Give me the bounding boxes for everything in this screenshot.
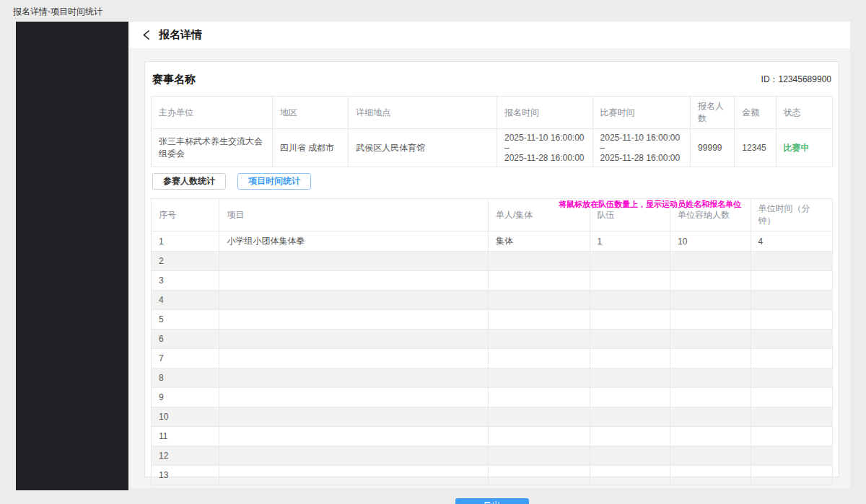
cell xyxy=(219,368,489,388)
window-title: 报名详情-项目时间统计 xyxy=(13,6,102,18)
tab-participant-count[interactable]: 参赛人数统计 xyxy=(152,173,226,190)
column-header: 主办单位 xyxy=(152,97,273,129)
table-row: 7 xyxy=(152,349,833,368)
table-row: 9 xyxy=(152,388,833,407)
event-card: 赛事名称 ID：12345689900 主办单位地区详细地点报名时间比赛时间报名… xyxy=(144,61,839,477)
cell: 四川省 成都市 xyxy=(272,129,348,167)
cell: 7 xyxy=(152,349,219,368)
cell xyxy=(670,291,751,310)
table-row: 6 xyxy=(152,330,833,349)
cell: 3 xyxy=(152,271,219,291)
back-button[interactable] xyxy=(142,30,151,40)
cell xyxy=(219,330,489,349)
cell xyxy=(670,407,751,427)
cell: 集体 xyxy=(488,231,590,252)
cell: 12 xyxy=(152,446,219,466)
main-area: 报名详情 赛事名称 ID：12345689900 主办单位地区详细地点报名时间比… xyxy=(128,22,850,488)
table-row: 1小学组小团体集体拳集体1104 xyxy=(152,231,833,252)
cell xyxy=(590,349,670,368)
page-title: 报名详情 xyxy=(159,28,202,42)
project-time-table: 序号项目单人/集体队伍单位容纳人数单位时间（分钟）1小学组小团体集体拳集体110… xyxy=(151,198,833,485)
cell xyxy=(670,271,751,291)
table-row: 8 xyxy=(152,368,833,388)
cell xyxy=(219,427,489,446)
cell xyxy=(488,368,590,388)
status-badge: 比赛中 xyxy=(776,129,832,167)
column-header: 地区 xyxy=(272,97,348,129)
cell: 4 xyxy=(751,231,833,252)
table-row: 13 xyxy=(152,466,833,485)
tab-project-time[interactable]: 项目时间统计 xyxy=(237,173,311,190)
cell: 5 xyxy=(152,310,219,330)
table-row: 12 xyxy=(152,446,833,466)
cell xyxy=(219,252,489,271)
event-info-table: 主办单位地区详细地点报名时间比赛时间报名人数金额状态张三丰杯武术养生交流大会组委… xyxy=(151,96,833,167)
cell xyxy=(670,446,751,466)
cell xyxy=(590,466,670,485)
export-button[interactable]: 导出 xyxy=(455,498,529,504)
cell: 2025-11-10 16:00:00 – 2025-11-28 16:00:0… xyxy=(592,129,691,167)
header-row: 主办单位地区详细地点报名时间比赛时间报名人数金额状态 xyxy=(152,97,833,129)
column-header: 比赛时间 xyxy=(592,97,691,129)
cell: 13 xyxy=(152,466,219,485)
cell: 小学组小团体集体拳 xyxy=(219,231,489,252)
cell xyxy=(219,407,489,427)
event-card-title: 赛事名称 xyxy=(152,73,196,87)
cell xyxy=(488,446,590,466)
cell xyxy=(590,427,670,446)
cell xyxy=(670,330,751,349)
team-count-cell[interactable]: 1 xyxy=(590,231,670,252)
cell xyxy=(751,407,833,427)
cell xyxy=(590,291,670,310)
cell xyxy=(219,388,489,407)
cell: 6 xyxy=(152,330,219,349)
column-header: 状态 xyxy=(776,97,832,129)
cell: 8 xyxy=(152,368,219,388)
cell xyxy=(488,252,590,271)
cell: 张三丰杯武术养生交流大会组委会 xyxy=(152,129,273,167)
cell: 11 xyxy=(152,427,219,446)
cell xyxy=(488,271,590,291)
cell xyxy=(488,407,590,427)
cell xyxy=(670,252,751,271)
cell: 武侯区人民体育馆 xyxy=(349,129,497,167)
cell xyxy=(219,446,489,466)
page-header: 报名详情 xyxy=(128,22,850,48)
cell xyxy=(488,330,590,349)
table-row: 3 xyxy=(152,271,833,291)
cell: 2 xyxy=(152,252,219,271)
column-header: 项目 xyxy=(219,199,489,231)
cell xyxy=(751,330,833,349)
annotation-note: 将鼠标放在队伍数量上，显示运动员姓名和报名单位 xyxy=(559,199,741,210)
cell xyxy=(590,271,670,291)
cell xyxy=(751,271,833,291)
cell xyxy=(219,291,489,310)
cell xyxy=(751,388,833,407)
cell xyxy=(590,446,670,466)
cell xyxy=(751,446,833,466)
cell xyxy=(488,466,590,485)
cell xyxy=(751,310,833,330)
cell xyxy=(670,349,751,368)
cell xyxy=(219,466,489,485)
cell xyxy=(590,252,670,271)
table-row: 4 xyxy=(152,291,833,310)
chevron-left-icon xyxy=(142,30,151,40)
cell xyxy=(751,368,833,388)
cell xyxy=(590,368,670,388)
event-id-value: 12345689900 xyxy=(779,74,831,84)
table-row: 5 xyxy=(152,310,833,330)
cell xyxy=(488,310,590,330)
cell xyxy=(488,291,590,310)
cell xyxy=(488,349,590,368)
cell: 2025-11-10 16:00:00 – 2025-11-28 16:00:0… xyxy=(497,129,593,167)
cell xyxy=(219,310,489,330)
cell xyxy=(590,388,670,407)
cell: 9 xyxy=(152,388,219,407)
cell: 4 xyxy=(152,291,219,310)
column-header: 单位时间（分钟） xyxy=(751,199,833,231)
cell: 1 xyxy=(152,231,219,252)
cell xyxy=(219,349,489,368)
cell xyxy=(751,427,833,446)
cell: 10 xyxy=(670,231,751,252)
